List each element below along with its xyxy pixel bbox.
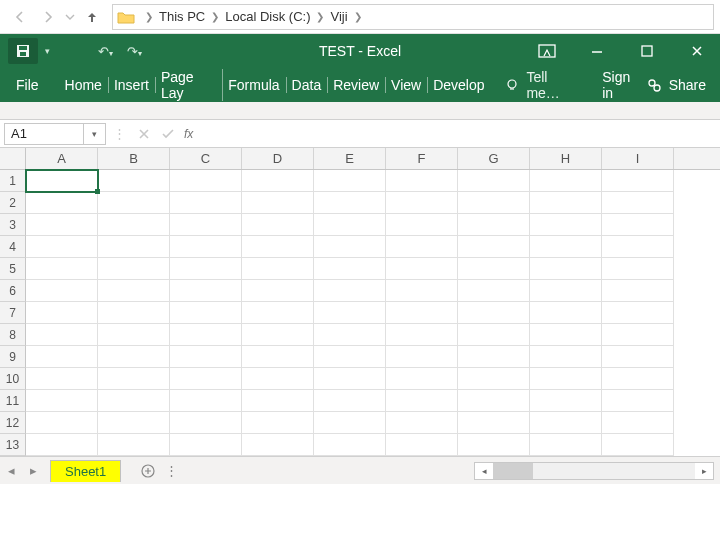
cell[interactable] — [314, 390, 386, 412]
cell[interactable] — [98, 236, 170, 258]
cell[interactable] — [602, 236, 674, 258]
cell[interactable] — [26, 368, 98, 390]
cell[interactable] — [386, 258, 458, 280]
cell[interactable] — [314, 346, 386, 368]
col-header[interactable]: B — [98, 148, 170, 169]
cell[interactable] — [26, 390, 98, 412]
row-header[interactable]: 2 — [0, 192, 26, 214]
col-header[interactable]: C — [170, 148, 242, 169]
tab-page-layout[interactable]: Page Lay — [155, 65, 222, 105]
cell[interactable] — [98, 412, 170, 434]
cell[interactable] — [98, 192, 170, 214]
crumb-folder[interactable]: Viji — [326, 9, 351, 24]
add-sheet-button[interactable] — [135, 461, 161, 481]
cell[interactable] — [458, 170, 530, 192]
name-box-dropdown-icon[interactable]: ▾ — [84, 123, 106, 145]
cell[interactable] — [242, 390, 314, 412]
cell[interactable] — [314, 258, 386, 280]
cell[interactable] — [98, 346, 170, 368]
row-header[interactable]: 4 — [0, 236, 26, 258]
cell[interactable] — [602, 368, 674, 390]
undo-icon[interactable]: ↶▾ — [98, 44, 113, 59]
cell[interactable] — [314, 302, 386, 324]
row-header[interactable]: 8 — [0, 324, 26, 346]
cell[interactable] — [242, 368, 314, 390]
scroll-thumb[interactable] — [493, 463, 533, 479]
cell[interactable] — [314, 434, 386, 456]
cell[interactable] — [386, 280, 458, 302]
cell[interactable] — [530, 214, 602, 236]
cell[interactable] — [602, 412, 674, 434]
row-header[interactable]: 3 — [0, 214, 26, 236]
cell[interactable] — [98, 324, 170, 346]
cell[interactable] — [314, 236, 386, 258]
tab-home[interactable]: Home — [59, 73, 108, 97]
cell[interactable] — [602, 434, 674, 456]
cell[interactable] — [530, 434, 602, 456]
select-all-corner[interactable] — [0, 148, 26, 169]
tab-developer[interactable]: Develop — [427, 73, 490, 97]
minimize-button[interactable] — [586, 40, 608, 62]
cell[interactable] — [170, 412, 242, 434]
sheet-tab-active[interactable]: Sheet1 — [50, 460, 121, 482]
maximize-button[interactable] — [636, 40, 658, 62]
row-header[interactable]: 5 — [0, 258, 26, 280]
scroll-left-icon[interactable]: ◂ — [475, 466, 493, 476]
row-header[interactable]: 7 — [0, 302, 26, 324]
cell[interactable] — [386, 302, 458, 324]
cell[interactable] — [26, 302, 98, 324]
name-box[interactable]: A1 — [4, 123, 84, 145]
col-header[interactable]: A — [26, 148, 98, 169]
cell[interactable] — [98, 390, 170, 412]
cell[interactable] — [26, 280, 98, 302]
row-header[interactable]: 6 — [0, 280, 26, 302]
cell[interactable] — [530, 412, 602, 434]
breadcrumb[interactable]: ❯ This PC ❯ Local Disk (C:) ❯ Viji ❯ — [112, 4, 714, 30]
tab-scroll-split[interactable]: ⋮ — [161, 463, 181, 478]
col-header[interactable]: G — [458, 148, 530, 169]
cell[interactable] — [26, 236, 98, 258]
cell[interactable] — [458, 258, 530, 280]
cell[interactable] — [530, 368, 602, 390]
tab-data[interactable]: Data — [286, 73, 328, 97]
cell[interactable] — [26, 346, 98, 368]
tab-review[interactable]: Review — [327, 73, 385, 97]
cell[interactable] — [386, 346, 458, 368]
cell[interactable] — [26, 192, 98, 214]
cell[interactable] — [26, 214, 98, 236]
cell[interactable] — [26, 258, 98, 280]
cell[interactable] — [242, 192, 314, 214]
cell[interactable] — [602, 280, 674, 302]
cell[interactable] — [170, 214, 242, 236]
col-header[interactable]: E — [314, 148, 386, 169]
row-header[interactable]: 1 — [0, 170, 26, 192]
nav-back-icon[interactable] — [6, 3, 34, 31]
cell[interactable] — [170, 324, 242, 346]
enter-formula-icon[interactable] — [156, 123, 180, 145]
cell[interactable] — [602, 346, 674, 368]
cell[interactable] — [314, 214, 386, 236]
cell[interactable] — [458, 324, 530, 346]
cell[interactable] — [98, 368, 170, 390]
cell[interactable] — [458, 192, 530, 214]
tab-formulas[interactable]: Formula — [222, 73, 285, 97]
cell[interactable] — [314, 192, 386, 214]
row-header[interactable]: 10 — [0, 368, 26, 390]
share-button[interactable]: Share — [645, 76, 714, 94]
cell[interactable] — [170, 170, 242, 192]
sheet-nav-prev-icon[interactable]: ◂ — [2, 461, 20, 481]
cell[interactable] — [530, 258, 602, 280]
redo-icon[interactable]: ↷▾ — [127, 44, 142, 59]
ribbon-display-options-icon[interactable] — [536, 40, 558, 62]
tab-insert[interactable]: Insert — [108, 73, 155, 97]
cell[interactable] — [386, 324, 458, 346]
col-header[interactable]: F — [386, 148, 458, 169]
cell[interactable] — [26, 434, 98, 456]
nav-forward-icon[interactable] — [34, 3, 62, 31]
cell[interactable] — [530, 390, 602, 412]
cell[interactable] — [530, 324, 602, 346]
cell[interactable] — [458, 346, 530, 368]
sign-in-link[interactable]: Sign in — [602, 69, 644, 101]
cell[interactable] — [242, 412, 314, 434]
cell[interactable] — [386, 170, 458, 192]
